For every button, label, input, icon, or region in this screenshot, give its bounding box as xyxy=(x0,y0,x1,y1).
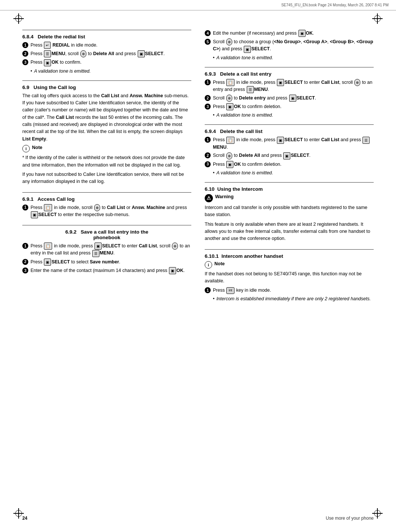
divider-6-9 xyxy=(22,80,191,81)
call-log-icon-4: 📋 xyxy=(226,137,234,144)
page-container: SE745_IFU_EN.book Page 24 Monday, March … xyxy=(0,0,396,532)
note-text-6-10-1: If the handset does not belong to SE740/… xyxy=(205,270,374,285)
title-6-9-4: 6.9.4 Delete the call list xyxy=(205,129,374,134)
scroll-icon-4: ⊕ xyxy=(226,38,232,45)
title-6-9-1: 6.9.1 Access Call log xyxy=(22,196,191,202)
steps-6-9-2-cont: 4 Edit the number (if necessary) and pre… xyxy=(205,30,374,53)
step-item: 3 Enter the name of the contact (maximum… xyxy=(22,267,191,274)
ok-icon-3: ▣ xyxy=(298,30,306,37)
select-icon-8: ▣ xyxy=(283,152,290,159)
step-item: 1 Press ↵ REDIAL in idle mode. xyxy=(22,42,191,49)
step-item: 1 Press int key in idle mode. xyxy=(205,287,374,294)
warning-label-6-10: Warning xyxy=(215,194,234,199)
step-content-1: Press ↵ REDIAL in idle mode. xyxy=(31,42,191,49)
step-content-4b: Edit the number (if necessary) and press… xyxy=(213,30,374,37)
step-num-1a: 1 xyxy=(22,205,28,210)
crosshair-circle-tl xyxy=(15,15,22,22)
steps-6-10-1: 1 Press int key in idle mode. xyxy=(205,287,374,294)
step-num-3b: 3 xyxy=(22,267,28,273)
page-number: 24 xyxy=(22,516,27,521)
step-content-5b: Scroll ⊕ to choose a group (<No Group>, … xyxy=(213,38,374,53)
step-item: 1 Press 📋 in idle mode, press ▣SELECT to… xyxy=(22,243,191,257)
header-strip: SE745_IFU_EN.book Page 24 Monday, March … xyxy=(0,0,396,10)
select-icon-4: ▣ xyxy=(244,46,251,53)
scroll-icon-2: ⊕ xyxy=(94,204,100,211)
step-item: 2 Press ☰MENU, scroll ⊕ to Delete All an… xyxy=(22,50,191,57)
step-item: 2 Scroll ⊕ to Delete entry and press ▣SE… xyxy=(205,95,374,102)
step-num-2: 2 xyxy=(22,51,28,57)
note-icon-6-10-1: i xyxy=(205,261,212,269)
title-6-9-3: 6.9.3 Delete a call list entry xyxy=(205,71,374,77)
call-log-icon-3: 📋 xyxy=(226,79,234,86)
section-6-9-3: 6.9.3 Delete a call list entry 1 Press 📋… xyxy=(205,67,374,118)
call-log-icon-1: 📋 xyxy=(44,204,52,211)
step-num-1b: 1 xyxy=(22,243,28,249)
left-column: 6.8.4 Delete the redial list 1 Press ↵ R… xyxy=(22,30,191,308)
step-content-1a: Press 📋 in idle mode, scroll ⊕ to Call L… xyxy=(31,204,191,218)
ok-icon-2: ▣ xyxy=(169,267,176,274)
int-key-icon: int xyxy=(226,287,234,294)
section-6-10: 6.10 Using the Intercom ⚠ Warning Interc… xyxy=(205,182,374,243)
scroll-icon-7: ⊕ xyxy=(226,152,232,159)
step-content-3c: Press ▣OK to confirm deletion. xyxy=(213,103,374,110)
step-num-1e: 1 xyxy=(205,287,211,293)
footer-text: Use more of your phone xyxy=(326,516,374,521)
bullet-validation-2: A validation tone is emitted. xyxy=(213,55,374,60)
menu-icon-4: ☰ xyxy=(363,137,370,144)
scroll-icon-5: ⊕ xyxy=(354,79,360,86)
menu-icon-2: ☰ xyxy=(92,250,99,257)
warning-block-6-10: ⚠ Warning xyxy=(205,194,374,202)
section-6-9: 6.9 Using the Call log The call log offe… xyxy=(22,80,191,186)
ok-icon-5: ▣ xyxy=(226,161,233,168)
step-num-4b: 4 xyxy=(205,30,211,36)
step-num-5b: 5 xyxy=(205,39,211,45)
redial-button-icon: ↵ xyxy=(44,42,51,49)
section-6-8-4: 6.8.4 Delete the redial list 1 Press ↵ R… xyxy=(22,30,191,74)
steps-6-9-1: 1 Press 📋 in idle mode, scroll ⊕ to Call… xyxy=(22,204,191,218)
main-content: 6.8.4 Delete the redial list 1 Press ↵ R… xyxy=(22,30,374,308)
ok-icon-4: ▣ xyxy=(226,103,233,110)
section-6-9-2-cont: 4 Edit the number (if necessary) and pre… xyxy=(205,30,374,60)
right-column: 4 Edit the number (if necessary) and pre… xyxy=(205,30,374,308)
step-num-3d: 3 xyxy=(205,161,211,167)
scroll-icon-3: ⊕ xyxy=(172,243,178,250)
step-item: 3 Press ▣OK to confirm. xyxy=(22,59,191,66)
note-label-6-9: Note xyxy=(32,145,42,150)
menu-icon-3: ☰ xyxy=(247,86,254,93)
title-6-10: 6.10 Using the Intercom xyxy=(205,186,374,192)
divider-6-9-1 xyxy=(22,192,191,193)
title-6-9-2: 6.9.2 Save a call list entry into thepho… xyxy=(22,229,191,240)
step-num-3: 3 xyxy=(22,59,28,65)
scroll-icon-1: ⊕ xyxy=(80,50,86,57)
note-label-6-10-1: Note xyxy=(214,261,225,266)
step-item: 3 Press ▣OK to confirm deletion. xyxy=(205,161,374,168)
step-item: 3 Press ▣OK to confirm deletion. xyxy=(205,103,374,110)
select-icon-2: ▣ xyxy=(95,243,102,250)
select-button-icon: ▣ xyxy=(138,50,145,57)
menu-button-icon: ☰ xyxy=(44,50,51,57)
select-icon-5: ▣ xyxy=(277,79,284,86)
step-content-1c: Press 📋 in idle mode, press ▣SELECT to e… xyxy=(213,79,374,93)
step-item: 1 Press 📋 in idle mode, press ▣SELECT to… xyxy=(205,79,374,93)
bullet-intercom: Intercom is established immediately if t… xyxy=(213,296,374,301)
note-text2-6-9: If you have not subscribed to Caller Lin… xyxy=(22,171,191,186)
header-text: SE745_IFU_EN.book Page 24 Monday, March … xyxy=(281,3,389,7)
section-6-10-1: 6.10.1 Intercom another handset i Note I… xyxy=(205,249,374,302)
divider-6-10-1 xyxy=(205,249,374,250)
title-6-9: 6.9 Using the Call log xyxy=(22,85,191,90)
crosshair-circle-tr xyxy=(374,15,381,22)
divider-6-9-2 xyxy=(22,225,191,225)
crosshair-bottom-right xyxy=(372,508,383,519)
divider-6-10 xyxy=(205,182,374,183)
select-icon-7: ▣ xyxy=(277,137,284,144)
bullet-validation-4: A validation tone is emitted. xyxy=(213,170,374,175)
warning-body-6-10: Intercom and call transfer is only possi… xyxy=(205,204,374,219)
step-item: 1 Press 📋 in idle mode, press ▣SELECT to… xyxy=(205,136,374,151)
crosshair-circle-br xyxy=(374,510,381,517)
body-6-9: The call log offers quick access to the … xyxy=(22,92,191,143)
step-content-3b: Enter the name of the contact (maximum 1… xyxy=(31,267,191,274)
step-num-2c: 2 xyxy=(205,95,211,101)
body2-6-10: This feature is only available when ther… xyxy=(205,221,374,243)
section-6-9-2: 6.9.2 Save a call list entry into thepho… xyxy=(22,225,191,274)
step-content-2c: Scroll ⊕ to Delete entry and press ▣SELE… xyxy=(213,95,374,102)
